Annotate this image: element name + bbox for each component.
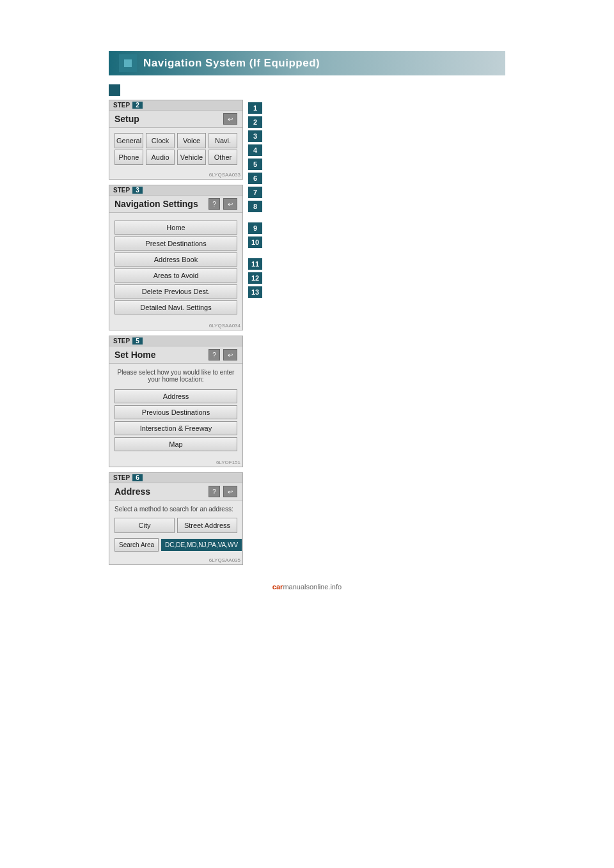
sethome-prev-button[interactable]: Previous Destinations	[114, 405, 237, 419]
navset-addressbook-button[interactable]: Address Book	[114, 252, 237, 267]
step6-imgid: 6LYQSAA035	[109, 557, 242, 564]
side-num-2: 2	[248, 116, 262, 128]
step2-label: STEP	[113, 102, 130, 109]
step3-help-button[interactable]: ?	[209, 198, 220, 210]
setup-voice-button[interactable]: Voice	[177, 133, 206, 148]
step3-num: 3	[132, 187, 143, 194]
side-num-11: 11	[248, 258, 262, 270]
step5-panel: STEP 5 Set Home ? ↩ Please select how yo…	[109, 336, 243, 467]
setup-navi-button[interactable]: Navi.	[209, 133, 237, 148]
step5-label: STEP	[113, 337, 130, 345]
navset-areas-button[interactable]: Areas to Avoid	[114, 268, 237, 283]
setup-other-button[interactable]: Other	[209, 150, 237, 165]
step6-title: Address	[114, 486, 150, 497]
step6-addr-row: City Street Address	[114, 518, 237, 533]
step2-btns: ↩	[223, 113, 237, 125]
step2-btn-grid-row2: Phone Audio Vehicle Other	[114, 150, 237, 165]
address-street-button[interactable]: Street Address	[177, 518, 237, 533]
step3-body: Home Preset Destinations Address Book Ar…	[109, 213, 242, 322]
step3-header: STEP 3	[109, 185, 242, 196]
sethome-map-button[interactable]: Map	[114, 437, 237, 451]
step3-imgid: 6LYQSAA034	[109, 322, 242, 330]
main-content: STEP 2 Setup ↩ General Clock Voice Navi.…	[109, 100, 505, 570]
sethome-intersection-button[interactable]: Intersection & Freeway	[114, 421, 237, 435]
step5-titlebar: Set Home ? ↩	[109, 346, 242, 364]
navset-delete-button[interactable]: Delete Previous Dest.	[114, 284, 237, 298]
step6-btns: ? ↩	[209, 486, 237, 497]
setup-vehicle-button[interactable]: Vehicle	[177, 150, 206, 165]
step2-body: General Clock Voice Navi. Phone Audio Ve…	[109, 128, 242, 171]
page-title: Navigation System (If Equipped)	[143, 57, 320, 70]
step3-list: Home Preset Destinations Address Book Ar…	[114, 218, 237, 317]
navset-home-button[interactable]: Home	[114, 221, 237, 235]
side-num-3: 3	[248, 130, 262, 142]
side-num-8: 8	[248, 201, 262, 212]
step5-description: Please select how you would like to ente…	[114, 369, 237, 383]
side-num-12: 12	[248, 272, 262, 284]
header-icon	[119, 54, 137, 72]
side-num-13: 13	[248, 286, 262, 298]
step6-help-button[interactable]: ?	[209, 486, 220, 497]
step3-label: STEP	[113, 187, 130, 194]
step2-back-button[interactable]: ↩	[223, 113, 237, 125]
step3-panel: STEP 3 Navigation Settings ? ↩ Home Pres…	[109, 185, 243, 330]
side-num-7: 7	[248, 187, 262, 198]
setup-general-button[interactable]: General	[114, 133, 143, 148]
step5-title: Set Home	[114, 350, 156, 360]
step2-header: STEP 2	[109, 100, 242, 111]
step2-num: 2	[132, 102, 143, 109]
step2-btn-grid-row1: General Clock Voice Navi.	[114, 133, 237, 148]
step3-back-button[interactable]: ↩	[223, 198, 237, 210]
step6-panel: STEP 6 Address ? ↩ Select a method to se…	[109, 472, 243, 565]
setup-clock-button[interactable]: Clock	[146, 133, 175, 148]
search-area-value: DC,DE,MD,NJ,PA,VA,WV	[161, 539, 242, 551]
step3-btns: ? ↩	[209, 198, 237, 210]
side-num-10: 10	[248, 236, 262, 248]
bottom-logo: carmanualsonline.info	[0, 583, 614, 597]
setup-phone-button[interactable]: Phone	[114, 150, 143, 165]
step5-body: Please select how you would like to ente…	[109, 364, 242, 459]
step5-num: 5	[132, 337, 143, 345]
side-numbers: 1 2 3 4 5 6 7 8 9 10 11 12 13	[248, 100, 267, 570]
step3-titlebar: Navigation Settings ? ↩	[109, 196, 242, 213]
step6-searcharea-row: Search Area DC,DE,MD,NJ,PA,VA,WV	[114, 538, 237, 552]
step5-header: STEP 5	[109, 336, 242, 346]
setup-audio-button[interactable]: Audio	[146, 150, 175, 165]
step6-back-button[interactable]: ↩	[223, 486, 237, 497]
step2-title: Setup	[114, 114, 139, 124]
svg-rect-0	[124, 59, 132, 67]
step6-num: 6	[132, 474, 143, 481]
side-num-1: 1	[248, 102, 262, 114]
step6-label: STEP	[113, 474, 130, 481]
step2-panel: STEP 2 Setup ↩ General Clock Voice Navi.…	[109, 100, 243, 180]
step3-title: Navigation Settings	[114, 199, 198, 209]
navset-preset-button[interactable]: Preset Destinations	[114, 236, 237, 251]
step5-help-button[interactable]: ?	[209, 349, 220, 360]
step2-imgid: 6LYQSAA033	[109, 171, 242, 179]
section-indicator	[109, 84, 120, 96]
side-num-5: 5	[248, 159, 262, 170]
sethome-address-button[interactable]: Address	[114, 389, 237, 403]
step5-imgid: 6LYOF151	[109, 459, 242, 467]
step6-header: STEP 6	[109, 473, 242, 483]
side-num-4: 4	[248, 144, 262, 156]
side-num-9: 9	[248, 222, 262, 234]
step5-list: Address Previous Destinations Intersecti…	[114, 387, 237, 454]
address-city-button[interactable]: City	[114, 518, 175, 533]
panels-column: STEP 2 Setup ↩ General Clock Voice Navi.…	[109, 100, 243, 570]
side-num-6: 6	[248, 173, 262, 184]
step6-body: Select a method to search for an address…	[109, 500, 242, 557]
step6-titlebar: Address ? ↩	[109, 483, 242, 500]
step5-btns: ? ↩	[209, 349, 237, 360]
step5-back-button[interactable]: ↩	[223, 349, 237, 360]
step6-description: Select a method to search for an address…	[114, 506, 237, 513]
step2-titlebar: Setup ↩	[109, 111, 242, 128]
page-header: Navigation System (If Equipped)	[109, 51, 505, 75]
navset-detailed-button[interactable]: Detailed Navi. Settings	[114, 300, 237, 314]
search-area-button[interactable]: Search Area	[114, 538, 159, 552]
